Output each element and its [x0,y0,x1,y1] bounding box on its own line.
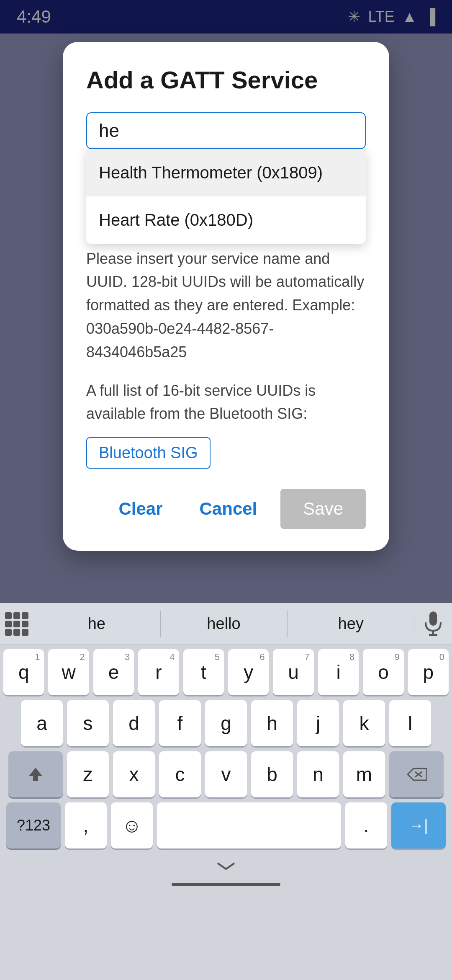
key-k[interactable]: k [343,700,385,746]
service-search-input[interactable] [86,112,366,149]
key-b[interactable]: b [251,751,293,797]
key-r[interactable]: r4 [138,649,179,695]
key-period[interactable]: . [345,802,387,848]
suggestions-dropdown: Health Thermometer (0x1809) Heart Rate (… [86,149,366,244]
key-y[interactable]: y6 [228,649,269,695]
svg-rect-0 [429,611,437,626]
bluetooth-sig-link[interactable]: Bluetooth SIG [86,437,211,469]
keyboard-row-3: z x c v b n m [3,751,449,797]
keyboard-suggestions-bar: he hello hey [0,603,452,645]
clear-button[interactable]: Clear [100,489,181,529]
key-s[interactable]: s [67,700,109,746]
dialog-title: Add a GATT Service [86,65,366,95]
key-p[interactable]: p0 [408,649,449,695]
suggestion-hey[interactable]: hey [287,611,414,637]
key-d[interactable]: d [113,700,155,746]
add-gatt-service-dialog: Add a GATT Service Health Thermometer (0… [63,42,389,551]
search-container: Health Thermometer (0x1809) Heart Rate (… [86,112,366,149]
enter-key[interactable]: →| [391,802,446,848]
shift-key[interactable] [8,751,63,797]
suggestion-he[interactable]: he [33,611,160,637]
key-n[interactable]: n [297,751,339,797]
keyboard-row-2: a s d f g h j k l [3,700,449,746]
keyboard-hide-button[interactable] [0,854,452,879]
keyboard-row-4: ?123 , ☺ . →| [3,802,449,848]
key-e[interactable]: e3 [93,649,134,695]
home-bar [172,883,280,886]
save-button[interactable]: Save [280,489,366,529]
key-g[interactable]: g [205,700,247,746]
info-text-1: Please insert your service name and UUID… [86,247,366,364]
action-buttons: Clear Cancel Save [86,489,366,529]
key-i[interactable]: i8 [318,649,359,695]
backspace-key[interactable] [389,751,444,797]
key-o[interactable]: o9 [363,649,403,695]
key-v[interactable]: v [205,751,247,797]
key-f[interactable]: f [159,700,201,746]
keyboard-grid-button[interactable] [0,603,33,645]
space-key[interactable] [157,802,341,848]
key-x[interactable]: x [113,751,155,797]
suggestion-health-thermometer[interactable]: Health Thermometer (0x1809) [86,149,366,196]
key-l[interactable]: l [389,700,431,746]
key-u[interactable]: u7 [273,649,313,695]
key-c[interactable]: c [159,751,201,797]
suggestion-hello[interactable]: hello [160,611,288,637]
cancel-button[interactable]: Cancel [181,489,276,529]
suggestion-heart-rate[interactable]: Heart Rate (0x180D) [86,196,366,244]
num-sym-key[interactable]: ?123 [6,802,61,848]
keyboard: he hello hey q1 w2 e3 r4 t5 y6 u7 i8 o9 … [0,603,452,980]
key-w[interactable]: w2 [48,649,89,695]
key-h[interactable]: h [251,700,293,746]
keyboard-row-1: q1 w2 e3 r4 t5 y6 u7 i8 o9 p0 [3,649,449,695]
keyboard-rows: q1 w2 e3 r4 t5 y6 u7 i8 o9 p0 a s d f g … [0,645,452,848]
key-z[interactable]: z [67,751,109,797]
key-comma[interactable]: , [65,802,107,848]
key-q[interactable]: q1 [3,649,44,695]
key-a[interactable]: a [21,700,63,746]
key-t[interactable]: t5 [183,649,224,695]
info-text-2: A full list of 16-bit service UUIDs is a… [86,379,366,426]
svg-marker-3 [29,768,42,781]
key-m[interactable]: m [343,751,385,797]
emoji-key[interactable]: ☺ [111,802,153,848]
svg-marker-4 [408,769,427,780]
microphone-button[interactable] [414,611,452,637]
key-j[interactable]: j [297,700,339,746]
